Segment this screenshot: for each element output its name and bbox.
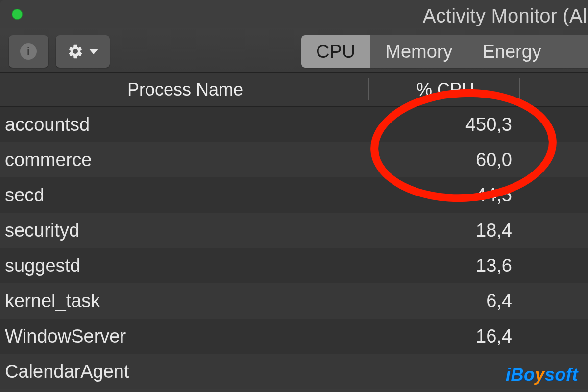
process-name: commerce	[0, 149, 92, 171]
watermark-text: iBo	[506, 365, 535, 385]
watermark: iBoysoft	[506, 365, 578, 385]
process-cpu: 450,3	[466, 114, 512, 135]
table-row[interactable]: suggestd 13,6	[0, 248, 588, 283]
process-name: secd	[0, 185, 44, 206]
tab-energy[interactable]: Energy	[467, 35, 556, 68]
gear-icon	[67, 43, 84, 60]
process-name: WindowServer	[0, 326, 126, 347]
chevron-down-icon	[89, 49, 98, 54]
table-row[interactable]: WindowServer 16,4	[0, 318, 588, 354]
toolbar: i CPU Memory Energy	[0, 28, 588, 73]
info-button[interactable]: i	[9, 35, 48, 68]
column-divider	[368, 78, 369, 100]
column-header-cpu[interactable]: % CPU	[416, 79, 474, 100]
column-header-process-name[interactable]: Process Name	[127, 79, 243, 100]
process-name: kernel_task	[0, 291, 100, 312]
process-cpu: 60,0	[476, 149, 512, 171]
table-header: Process Name % CPU	[0, 73, 588, 107]
process-cpu: 18,4	[476, 220, 512, 241]
tab-cpu[interactable]: CPU	[301, 35, 370, 68]
process-cpu: 13,6	[476, 255, 512, 276]
process-name: CalendarAgent	[0, 361, 129, 382]
actions-menu-button[interactable]	[56, 35, 110, 68]
info-icon: i	[20, 43, 37, 60]
title-bar: Activity Monitor (Al	[0, 0, 588, 28]
activity-monitor-window: Activity Monitor (Al i CPU Memory Energy…	[0, 0, 588, 392]
process-table: accountsd 450,3 commerce 60,0 secd 44,5 …	[0, 107, 588, 389]
table-row[interactable]: CalendarAgent	[0, 354, 588, 389]
table-row[interactable]: kernel_task 6,4	[0, 283, 588, 318]
process-cpu: 44,5	[476, 185, 512, 206]
process-cpu: 6,4	[486, 291, 512, 312]
process-name: accountsd	[0, 114, 90, 135]
table-row[interactable]: accountsd 450,3	[0, 107, 588, 142]
table-row[interactable]: securityd 18,4	[0, 213, 588, 248]
process-name: suggestd	[0, 255, 80, 276]
table-row[interactable]: secd 44,5	[0, 177, 588, 213]
watermark-text: soft	[545, 365, 578, 385]
column-divider	[519, 78, 520, 100]
table-row[interactable]: commerce 60,0	[0, 142, 588, 177]
process-cpu: 16,4	[476, 326, 512, 347]
window-title: Activity Monitor (Al	[423, 5, 588, 27]
traffic-light-green[interactable]	[12, 9, 23, 20]
process-name: securityd	[0, 220, 79, 241]
resource-tabs: CPU Memory Energy	[301, 35, 588, 68]
watermark-text: y	[535, 365, 545, 385]
tab-memory[interactable]: Memory	[370, 35, 467, 68]
